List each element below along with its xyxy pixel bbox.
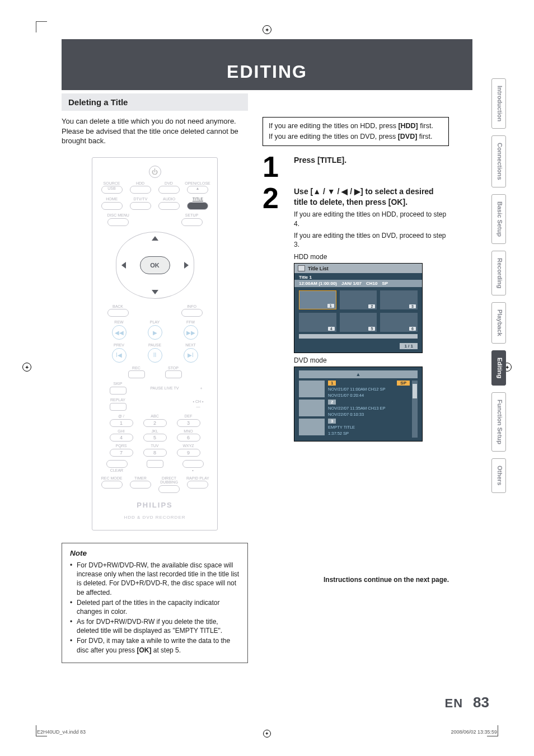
dvd-mode-badge: SP	[397, 381, 410, 386]
step-lead: Press [TITLE].	[294, 155, 449, 166]
back-button[interactable]	[107, 309, 129, 317]
navigation-dpad[interactable]: OK	[116, 232, 194, 299]
side-tab-connections[interactable]: Connections	[491, 135, 506, 187]
right-arrow-icon[interactable]	[184, 262, 189, 269]
title-button[interactable]	[187, 202, 208, 210]
dtvtv-button[interactable]	[130, 202, 151, 210]
callout-line: If you are editing the titles on HDD, pr…	[269, 121, 443, 132]
setup-label: SETUP	[185, 213, 198, 218]
thumbnail-number: 4	[328, 327, 335, 331]
dvd-button[interactable]	[158, 186, 180, 194]
side-tab-editing[interactable]: Editing	[491, 350, 506, 386]
keypad-label: GHI	[118, 429, 124, 434]
intro-paragraph: You can delete a title which you do not …	[62, 116, 248, 146]
dvd-title-row[interactable]: 1SPNOV/21/07 11:00AM CH12 SPNOV/21/07 0:…	[299, 381, 410, 398]
rec-button[interactable]	[128, 370, 145, 378]
side-tab-recording[interactable]: Recording	[491, 251, 506, 295]
up-arrow-icon[interactable]	[152, 236, 158, 241]
dvd-title-number: 1	[328, 381, 336, 386]
play-button[interactable]: ▶	[148, 325, 162, 340]
source-button[interactable]: USB	[101, 186, 123, 194]
keypad-key-8[interactable]: 8	[143, 449, 167, 457]
keypad-label: WXYZ	[182, 444, 194, 448]
rapidplay-button[interactable]	[187, 481, 208, 489]
rew-button[interactable]: ◀◀	[112, 325, 127, 340]
audio-button[interactable]	[158, 202, 180, 210]
recmode-button[interactable]	[101, 481, 123, 489]
header-band	[62, 39, 472, 58]
home-button[interactable]	[101, 202, 123, 210]
keypad-key-3[interactable]: 3	[177, 419, 200, 427]
side-tab-introduction[interactable]: Introduction	[491, 78, 506, 129]
source-label: SOURCE	[104, 181, 120, 186]
ch-minus-label: —	[196, 405, 200, 409]
title-thumbnail[interactable]: 6	[380, 313, 418, 332]
keypad-label: JKL	[151, 429, 158, 434]
dtvtv-label: DTV/TV	[133, 197, 147, 201]
ffw-button[interactable]: ▶▶	[184, 325, 198, 340]
note-title: Note	[70, 549, 240, 557]
zero-button[interactable]	[147, 460, 163, 468]
title-thumbnail[interactable]: 2	[340, 290, 377, 309]
next-button[interactable]: ▶I	[184, 348, 198, 363]
title-thumbnail[interactable]: 5	[340, 313, 377, 332]
side-tab-function-setup[interactable]: Function Setup	[491, 392, 506, 452]
ch-label: • CH •	[193, 400, 204, 404]
discmenu-button[interactable]	[107, 218, 129, 226]
page-indicator: 1 / 1	[400, 343, 418, 349]
keypad-key-6[interactable]: 6	[177, 434, 200, 442]
side-tab-playback[interactable]: Playback	[491, 302, 506, 344]
timer-button[interactable]	[130, 481, 151, 489]
dvd-title-row[interactable]: 3EMPTY TITLE1:37:52 SP	[299, 419, 410, 436]
scrollbar-thumb[interactable]	[413, 384, 417, 398]
dvd-title-row[interactable]: 2NOV/22/07 11:35AM CH13 EPNOV/22/07 0:10…	[299, 400, 410, 417]
thumbnail-number: 3	[409, 304, 416, 308]
scrollbar-track[interactable]	[412, 381, 418, 438]
keypad-key-2[interactable]: 2	[143, 419, 167, 427]
page-footer: EN 83	[445, 694, 489, 711]
hdd-mode-label: HDD mode	[294, 253, 449, 261]
hdd-button[interactable]	[130, 186, 151, 194]
keypad-key-9[interactable]: 9	[177, 449, 200, 457]
keypad-key-1[interactable]: 1	[110, 419, 133, 427]
dvd-title-meta: NOV/22/07 11:35AM CH13 EP	[328, 406, 410, 411]
back-label: BACK	[113, 304, 123, 309]
ch-plus-label: ＋	[199, 386, 203, 391]
note-item: As for DVD+RW/DVD-RW if you delete the t…	[70, 617, 240, 635]
skip-button[interactable]	[110, 387, 127, 395]
title-thumbnail[interactable]: 4	[299, 313, 336, 332]
side-tab-others[interactable]: Others	[491, 458, 506, 492]
prev-button[interactable]: I◀	[112, 348, 127, 363]
numeric-keypad: @ /1ABC2DEF3GHI4JKL5MNO6PQRS7TUV8WXYZ9	[107, 414, 203, 457]
discmenu-label: DISC MENU	[107, 213, 129, 218]
rec-label: REC	[132, 366, 140, 370]
down-arrow-icon[interactable]	[152, 290, 158, 294]
info-button[interactable]	[181, 309, 203, 317]
next-label: NEXT	[185, 343, 196, 348]
side-tab-basic-setup[interactable]: Basic Setup	[491, 194, 506, 244]
pause-button[interactable]: II	[148, 348, 162, 363]
openclose-button[interactable]: ▲	[187, 186, 208, 194]
title-thumbnail-grid: 123456	[294, 287, 422, 334]
keypad-key-5[interactable]: 5	[143, 434, 167, 442]
setup-button[interactable]	[181, 218, 203, 226]
power-icon: ⏻	[149, 166, 161, 178]
keypad-label: @ /	[118, 414, 124, 419]
directdubbing-button[interactable]	[158, 485, 180, 493]
dvd-thumbnail	[299, 419, 325, 435]
dvd-label: DVD	[165, 181, 173, 186]
keypad-key-4[interactable]: 4	[110, 434, 133, 442]
title-thumbnail[interactable]: 3	[380, 290, 418, 309]
stop-button[interactable]	[165, 370, 182, 378]
title-thumbnail[interactable]: 1	[299, 290, 336, 309]
ok-button[interactable]: OK	[140, 256, 170, 274]
keypad-key-7[interactable]: 7	[110, 449, 133, 457]
dvd-title-number: 2	[328, 400, 336, 405]
directdubbing-label: DIRECT DUBBING	[158, 476, 181, 485]
title-label: TITLE	[193, 197, 203, 201]
dot-button[interactable]	[182, 460, 204, 468]
prev-label: PREV	[114, 343, 124, 348]
clear-button[interactable]	[106, 460, 128, 468]
replay-button[interactable]	[110, 403, 127, 411]
left-arrow-icon[interactable]	[121, 262, 126, 269]
